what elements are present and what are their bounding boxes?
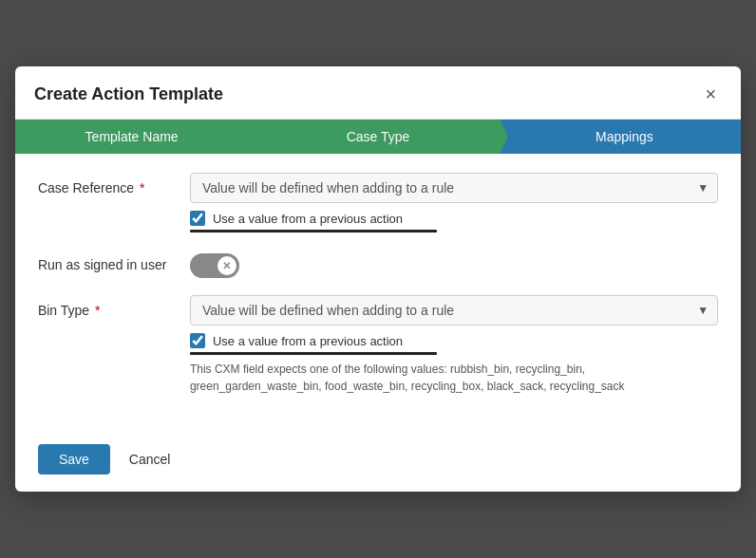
step-case-type[interactable]: Case Type [248, 120, 494, 154]
step-mappings[interactable]: Mappings [495, 120, 741, 154]
bin-type-prev-action-checkbox[interactable] [190, 333, 205, 348]
bin-type-row: Bin Type * Value will be defined when ad… [38, 295, 718, 395]
modal-footer: Save Cancel [15, 431, 741, 492]
modal-title: Create Action Template [34, 84, 223, 104]
modal-backdrop: Create Action Template × Template Name C… [0, 0, 756, 558]
case-reference-row: Case Reference * Value will be defined w… [38, 173, 718, 232]
case-reference-select-wrapper: Value will be defined when adding to a r… [190, 173, 718, 203]
bin-type-prev-action-label: Use a value from a previous action [213, 334, 403, 348]
run-as-signed-in-user-label: Run as signed in user [38, 250, 190, 272]
bin-type-checkbox-row: Use a value from a previous action [190, 333, 718, 348]
case-reference-prev-action-checkbox[interactable] [190, 211, 205, 226]
toggle-knob-icon: ✕ [217, 256, 236, 275]
run-as-signed-in-user-row: Run as signed in user ✕ [38, 250, 718, 278]
case-reference-prev-action-label: Use a value from a previous action [213, 212, 403, 226]
bin-type-select[interactable]: Value will be defined when adding to a r… [190, 295, 718, 326]
cancel-button[interactable]: Cancel [120, 444, 180, 474]
case-reference-label: Case Reference * [38, 173, 190, 195]
run-as-signed-in-user-control: ✕ [190, 250, 718, 278]
step-template-name[interactable]: Template Name [15, 120, 248, 154]
modal-body: Case Reference * Value will be defined w… [15, 154, 741, 431]
bin-type-hint: This CXM field expects one of the follow… [190, 361, 718, 395]
case-reference-select[interactable]: Value will be defined when adding to a r… [190, 173, 718, 203]
case-reference-checkbox-row: Use a value from a previous action [190, 211, 718, 226]
bin-type-control: Value will be defined when adding to a r… [190, 295, 718, 395]
run-as-signed-in-user-toggle-wrap: ✕ [190, 250, 718, 278]
bin-type-label: Bin Type * [38, 295, 190, 318]
modal-header: Create Action Template × [15, 66, 741, 120]
case-reference-control: Value will be defined when adding to a r… [190, 173, 718, 232]
bin-type-select-wrapper: Value will be defined when adding to a r… [190, 295, 718, 326]
bin-type-underline [190, 352, 437, 355]
run-as-signed-in-user-toggle[interactable]: ✕ [190, 253, 239, 278]
close-button[interactable]: × [699, 82, 722, 107]
save-button[interactable]: Save [38, 444, 110, 474]
step-nav: Template Name Case Type Mappings [15, 120, 741, 154]
step-nav-wrapper: Template Name Case Type Mappings [15, 120, 741, 154]
case-reference-underline [190, 230, 437, 232]
modal-dialog: Create Action Template × Template Name C… [15, 66, 741, 492]
